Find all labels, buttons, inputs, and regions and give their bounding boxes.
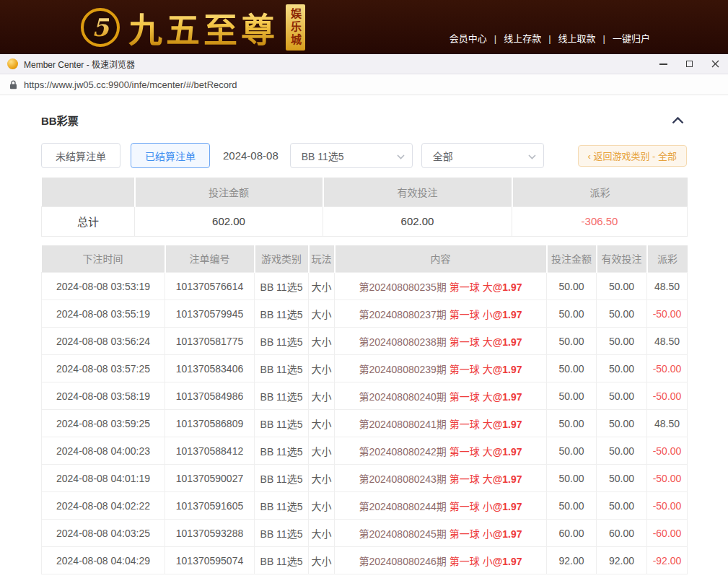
- browser-favicon-icon: [7, 58, 18, 69]
- cell-order-id: 101370586809: [165, 410, 255, 437]
- table-row: 2024-08-08 03:56:24101370581775BB 11选5大小…: [42, 328, 688, 355]
- cell-game-type: BB 11选5: [255, 355, 309, 382]
- cell-payout: -50.00: [647, 382, 688, 410]
- logo-text: 九五至尊: [128, 2, 279, 52]
- cell-game-type: BB 11选5: [255, 520, 309, 547]
- cell-game-type: BB 11选5: [255, 437, 309, 465]
- cell-payout: -60.00: [647, 520, 688, 547]
- close-button[interactable]: [702, 54, 728, 74]
- cell-play-type: 大小: [309, 382, 335, 410]
- content-period: 第202408080239期: [359, 364, 449, 375]
- date-picker[interactable]: 2024-08-08: [223, 149, 279, 162]
- cell-game-type: BB 11选5: [255, 492, 309, 520]
- column-header-order-id: 注单编号: [165, 245, 255, 273]
- cell-bet-time: 2024-08-08 03:55:19: [42, 300, 165, 328]
- cell-play-type: 大小: [309, 328, 335, 355]
- cell-bet-time: 2024-08-08 04:03:25: [42, 520, 165, 547]
- url-text[interactable]: https://www.jw05.cc:9900/infe/mcenter/#/…: [24, 79, 237, 90]
- settled-orders-button[interactable]: 已结算注单: [131, 143, 210, 168]
- cell-play-type: 大小: [309, 410, 335, 437]
- column-header-play-type: 玩法: [309, 245, 335, 273]
- game-type-select[interactable]: BB 11选5: [290, 143, 413, 168]
- content-bet: 第一球 大: [449, 446, 493, 458]
- content-bet: 第一球 小: [449, 501, 493, 512]
- column-header: [42, 178, 135, 206]
- content-odds: @1.97: [493, 281, 522, 293]
- cell-order-id: 101370576614: [165, 273, 255, 300]
- cell-valid-bet: 50.00: [597, 328, 647, 355]
- cell-content: 第202408080242期 第一球 大@1.97: [335, 437, 547, 465]
- column-header-bet-amount: 投注金额: [135, 178, 323, 206]
- summary-table: 投注金额 有效投注 派彩 总计 602.00 602.00 -306.50: [41, 178, 688, 237]
- chevron-down-icon: [528, 154, 536, 159]
- nav-member-center[interactable]: 会员中心: [449, 31, 504, 45]
- cell-order-id: 101370595074: [165, 547, 255, 574]
- content-odds: @1.97: [493, 501, 522, 512]
- minimize-button[interactable]: [650, 54, 676, 74]
- cell-game-type: BB 11选5: [255, 382, 309, 410]
- scope-select[interactable]: 全部: [421, 143, 544, 168]
- browser-addressbar[interactable]: https://www.jw05.cc:9900/infe/mcenter/#/…: [0, 74, 728, 95]
- content-period: 第202408080242期: [359, 446, 449, 458]
- cell-bet-time: 2024-08-08 03:58:19: [42, 382, 165, 410]
- table-row: 2024-08-08 04:00:23101370588412BB 11选5大小…: [42, 437, 688, 465]
- lock-icon: [9, 80, 17, 89]
- cell-content: 第202408080241期 第一球 大@1.97: [335, 410, 547, 437]
- cell-play-type: 大小: [309, 437, 335, 465]
- total-label: 总计: [42, 206, 135, 236]
- cell-payout: -92.00: [647, 547, 688, 574]
- cell-bet-amount: 50.00: [547, 382, 597, 410]
- cell-game-type: BB 11选5: [255, 328, 309, 355]
- cell-content: 第202408080246期 第一球 小@1.97: [335, 547, 547, 574]
- table-row: 2024-08-08 03:59:25101370586809BB 11选5大小…: [42, 410, 688, 437]
- nav-online-deposit[interactable]: 线上存款: [504, 31, 558, 45]
- cell-content: 第202408080237期 第一球 小@1.97: [335, 300, 547, 328]
- cell-order-id: 101370590027: [165, 465, 255, 492]
- cell-content: 第202408080240期 第一球 大@1.97: [335, 382, 547, 410]
- maximize-button[interactable]: [676, 54, 702, 74]
- summary-header-row: 投注金额 有效投注 派彩: [42, 178, 688, 206]
- unsettled-orders-button[interactable]: 未结算注单: [41, 143, 120, 168]
- content-bet: 第一球 大: [449, 364, 493, 375]
- panel-title: BB彩票: [41, 113, 79, 128]
- total-valid-bet: 602.00: [323, 206, 512, 236]
- content-bet: 第一球 小: [449, 556, 493, 567]
- cell-content: 第202408080239期 第一球 大@1.97: [335, 355, 547, 382]
- cell-payout: -50.00: [647, 437, 688, 465]
- cell-valid-bet: 50.00: [597, 355, 647, 382]
- content-bet: 第一球 大: [449, 473, 493, 485]
- window-title: Member Center - 极速浏览器: [24, 58, 135, 70]
- table-row: 2024-08-08 04:01:19101370590027BB 11选5大小…: [42, 465, 688, 492]
- content-period: 第202408080235期: [359, 281, 449, 293]
- cell-valid-bet: 60.00: [597, 520, 647, 547]
- nav-online-withdraw[interactable]: 线上取款: [558, 31, 613, 45]
- bet-record-table: 下注时间 注单编号 游戏类别 玩法 内容 投注金额 有效投注 派彩 2024-0…: [41, 245, 688, 575]
- cell-bet-amount: 50.00: [547, 437, 597, 465]
- cell-content: 第202408080238期 第一球 大@1.97: [335, 328, 547, 355]
- cell-valid-bet: 50.00: [597, 437, 647, 465]
- content-period: 第202408080238期: [359, 336, 449, 348]
- cell-valid-bet: 50.00: [597, 300, 647, 328]
- cell-payout: -50.00: [647, 355, 688, 382]
- cell-bet-amount: 50.00: [547, 492, 597, 520]
- cell-content: 第202408080243期 第一球 大@1.97: [335, 465, 547, 492]
- cell-play-type: 大小: [309, 520, 335, 547]
- cell-bet-amount: 50.00: [547, 328, 597, 355]
- back-to-game-category-button[interactable]: ‹ 返回游戏类别 - 全部: [578, 145, 688, 167]
- cell-play-type: 大小: [309, 465, 335, 492]
- nav-one-key-transfer[interactable]: 一键归户: [613, 31, 650, 45]
- content-odds: @1.97: [493, 309, 522, 320]
- bet-table-body: 2024-08-08 03:53:19101370576614BB 11选5大小…: [42, 273, 688, 574]
- content-period: 第202408080246期: [359, 556, 449, 567]
- cell-bet-amount: 50.00: [547, 410, 597, 437]
- content-bet: 第一球 大: [449, 419, 493, 430]
- cell-valid-bet: 50.00: [597, 273, 647, 300]
- column-header-content: 内容: [335, 245, 547, 273]
- cell-bet-time: 2024-08-08 04:02:22: [42, 492, 165, 520]
- table-row: 2024-08-08 03:53:19101370576614BB 11选5大小…: [42, 273, 688, 300]
- table-row: 2024-08-08 03:57:25101370583406BB 11选5大小…: [42, 355, 688, 382]
- content-odds: @1.97: [493, 556, 522, 567]
- collapse-button[interactable]: [669, 114, 687, 127]
- cell-bet-amount: 50.00: [547, 273, 597, 300]
- cell-play-type: 大小: [309, 355, 335, 382]
